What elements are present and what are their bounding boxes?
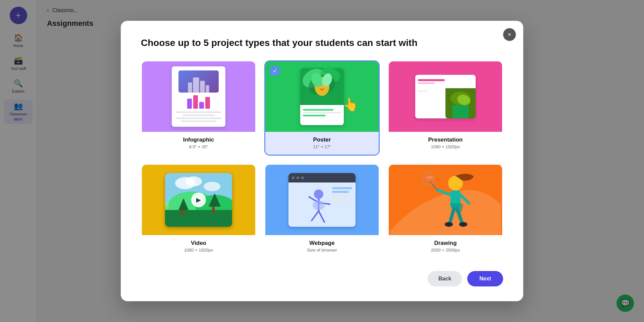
project-type-modal: × Choose up to 5 project types that your… [121, 21, 523, 301]
close-icon: × [508, 31, 512, 38]
project-card-video[interactable]: ▶ Video 1080 × 1920px [141, 164, 256, 259]
video-size: 1080 × 1920px [145, 248, 252, 253]
project-card-webpage[interactable]: Webpage Size of browser [264, 164, 380, 259]
poster-size: 11" × 17" [269, 144, 375, 149]
drawing-size: 2000 × 2000px [392, 248, 499, 253]
webpage-name: Webpage [269, 240, 375, 247]
project-grid: Infographic 8.5" × 20" ✓ [141, 60, 503, 259]
drawing-name: Drawing [392, 240, 499, 247]
play-icon: ▶ [191, 193, 206, 207]
svg-point-42 [459, 222, 467, 227]
video-name: Video [145, 240, 252, 247]
video-info: Video 1080 × 1920px [142, 235, 255, 258]
webpage-info: Webpage Size of browser [265, 235, 379, 258]
project-card-drawing[interactable]: Drawing 2000 × 2000px [388, 164, 503, 259]
poster-info: Poster 11" × 17" [265, 132, 379, 155]
poster-thumbnail: 👆 [265, 61, 379, 132]
svg-point-23 [314, 190, 323, 199]
svg-point-13 [185, 176, 202, 186]
infographic-thumbnail [142, 61, 255, 132]
webpage-size: Size of browser [269, 248, 375, 253]
back-button[interactable]: Back [428, 271, 462, 286]
poster-checkbox: ✓ [270, 66, 279, 75]
video-thumbnail: ▶ [142, 165, 255, 235]
drawing-thumbnail [389, 165, 502, 235]
presentation-thumbnail [389, 61, 502, 132]
svg-rect-17 [165, 210, 232, 227]
svg-point-41 [445, 222, 453, 227]
modal-footer: Back Next [141, 271, 503, 286]
infographic-info: Infographic 8.5" × 20" [142, 132, 255, 155]
infographic-size: 8.5" × 20" [145, 144, 252, 149]
project-card-presentation[interactable]: Presentation 1080 × 1920px [388, 60, 503, 156]
svg-point-14 [204, 182, 220, 191]
project-card-infographic[interactable]: Infographic 8.5" × 20" [141, 60, 256, 156]
svg-rect-21 [212, 207, 215, 213]
svg-point-29 [313, 201, 325, 210]
presentation-info: Presentation 1080 × 1920px [389, 132, 502, 155]
project-card-poster[interactable]: ✓ [264, 60, 380, 156]
modal-close-button[interactable]: × [503, 28, 516, 41]
modal-overlay: × Choose up to 5 project types that your… [0, 0, 644, 322]
modal-title: Choose up to 5 project types that your s… [141, 38, 503, 48]
webpage-thumbnail [265, 165, 379, 235]
poster-name: Poster [269, 137, 375, 143]
presentation-size: 1080 × 1920px [392, 144, 499, 149]
presentation-name: Presentation [392, 137, 499, 143]
next-button[interactable]: Next [467, 271, 503, 286]
cursor-hand-icon: 👆 [343, 97, 359, 112]
svg-rect-20 [181, 210, 184, 215]
infographic-name: Infographic [145, 137, 252, 143]
svg-rect-9 [452, 105, 469, 118]
drawing-info: Drawing 2000 × 2000px [389, 235, 502, 258]
